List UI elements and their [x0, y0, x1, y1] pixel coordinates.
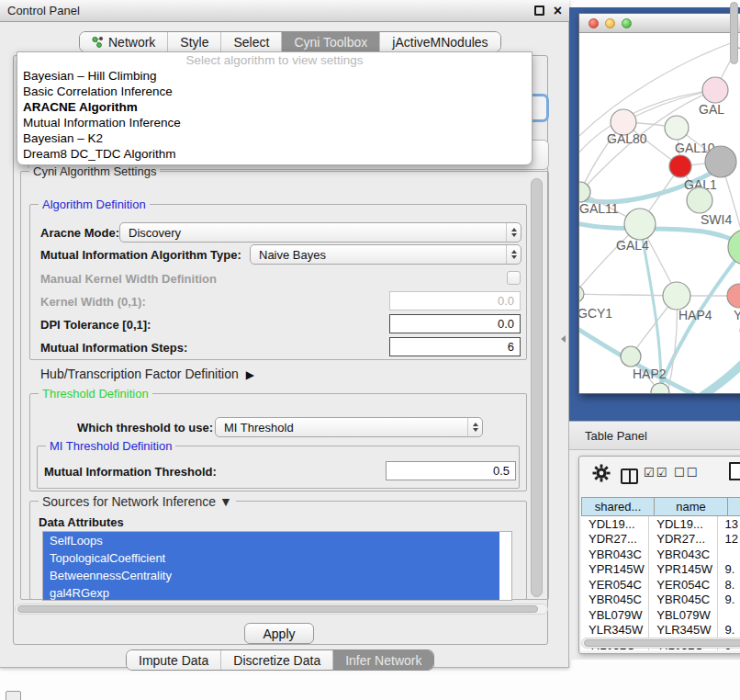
network-node-hap2[interactable] — [621, 346, 641, 367]
new-document-icon[interactable] — [729, 462, 740, 480]
settings-horizontal-scrollbar[interactable] — [15, 604, 548, 615]
algorithm-option-mutual-information-inference[interactable]: Mutual Information Inference — [17, 115, 532, 130]
network-node-gcy1[interactable] — [579, 286, 584, 302]
control-panel-titlebar: Control Panel × — [0, 0, 569, 22]
network-edge[interactable] — [667, 296, 678, 393]
deselect-checkboxes-icon[interactable]: ☐☐ — [674, 466, 699, 480]
algorithm-placeholder: Select algorithm to view settings — [17, 52, 532, 68]
mi-threshold-definition-legend: MI Threshold Definition — [46, 439, 175, 453]
settings-gear-icon[interactable] — [592, 464, 611, 482]
table-row[interactable]: YLR345WYLR345W9. — [581, 623, 740, 638]
mi-algorithm-type-combobox[interactable]: Naive Bayes — [250, 244, 521, 265]
network-node-swi4[interactable] — [687, 187, 712, 213]
mac-close-icon[interactable] — [589, 18, 599, 28]
algorithm-option-basic-correlation-inference[interactable]: Basic Correlation Inference — [17, 84, 532, 99]
tab-label: Style — [180, 35, 208, 50]
stepper-icon[interactable] — [506, 223, 521, 242]
mi-threshold-field[interactable]: 0.5 — [386, 461, 516, 480]
tab-select[interactable]: Select — [220, 32, 281, 51]
node-label-swi4: SWI4 — [701, 212, 732, 227]
attributes-list-scrollbar[interactable] — [730, 2, 738, 64]
network-node-hap4[interactable] — [663, 282, 690, 310]
tab-network[interactable]: Network — [80, 32, 167, 51]
hub-definition-expander[interactable]: Hub/Transcription Factor Definition▶ — [40, 367, 254, 381]
table-cell: YBR045C — [581, 593, 649, 608]
network-node-gal10[interactable] — [665, 116, 689, 140]
algorithm-option-aracne-algorithm[interactable]: ARACNE Algorithm — [17, 99, 532, 115]
panel-splitter-arrow[interactable] — [561, 335, 566, 343]
table-row[interactable]: YER054CYER054C8. — [581, 577, 740, 593]
node-label-hap2: HAP2 — [633, 367, 667, 381]
which-threshold-combobox[interactable]: MI Threshold — [215, 417, 483, 437]
attribute-item-selfloops[interactable]: SelfLoops — [43, 532, 499, 549]
network-edge[interactable] — [695, 353, 740, 393]
tab-discretize-data[interactable]: Discretize Data — [220, 650, 332, 670]
algorithm-option-bayesian-k2[interactable]: Bayesian – K2 — [17, 130, 532, 146]
kernel-width-field[interactable]: 0.0 — [389, 291, 521, 310]
tab-style[interactable]: Style — [167, 32, 220, 51]
threshold-definition-legend: Threshold Definition — [39, 387, 152, 401]
minimized-window-icon[interactable] — [6, 691, 21, 700]
float-window-icon[interactable] — [534, 6, 544, 16]
dpi-tolerance-field[interactable]: 0.0 — [389, 314, 521, 333]
attribute-item-betweennesscentrality[interactable]: BetweennessCentrality — [43, 567, 499, 584]
mi-steps-field[interactable]: 6 — [389, 337, 521, 356]
table-panel-title: Table Panel — [585, 429, 647, 443]
algorithm-option-bayesian-hill-climbing[interactable]: Bayesian – Hill Climbing — [17, 68, 532, 84]
table-cell: YDL19... — [649, 516, 717, 532]
table-cell: 9. — [718, 623, 740, 638]
manual-kernel-checkbox[interactable] — [507, 271, 521, 285]
network-node[interactable] — [705, 146, 736, 177]
attribute-item-topologicalcoefficient[interactable]: TopologicalCoefficient — [43, 549, 499, 567]
mac-minimize-icon[interactable] — [605, 18, 615, 28]
column-header-name[interactable]: name — [655, 497, 728, 516]
scrollbar-thumb[interactable] — [584, 639, 740, 647]
tab-jactivemnodules[interactable]: jActiveMNodules — [379, 32, 499, 51]
node-label-gcy1: GCY1 — [579, 306, 612, 321]
mi-threshold-label: Mutual Information Threshold: — [44, 465, 217, 479]
tab-cyni-toolbox[interactable]: Cyni Toolbox — [281, 32, 379, 51]
table-row[interactable]: YPR145WYPR145W9. — [581, 562, 740, 578]
bottom-tabbar: Impute DataDiscretize DataInfer Network — [126, 649, 434, 671]
scrollbar-thumb[interactable] — [17, 605, 538, 613]
mac-zoom-icon[interactable] — [622, 18, 632, 28]
apply-button[interactable]: Apply — [244, 623, 314, 644]
stepper-icon[interactable] — [506, 245, 521, 264]
network-node-y[interactable] — [727, 284, 740, 308]
table-row[interactable]: YDL19...YDL19...13 — [581, 516, 740, 532]
settings-vertical-scrollbar[interactable] — [531, 178, 543, 597]
tab-infer-network[interactable]: Infer Network — [332, 650, 433, 670]
table-row[interactable]: YBR045CYBR045C9. — [581, 593, 740, 608]
expand-right-icon[interactable]: ▶ — [246, 368, 254, 381]
table-row[interactable]: YBL079WYBL079W — [581, 607, 740, 623]
algorithm-option-dream8-dc-tdc-algorithm[interactable]: Dream8 DC_TDC Algorithm — [17, 146, 532, 162]
aracne-mode-combobox[interactable]: Discovery — [119, 222, 521, 243]
column-header-shared[interactable]: shared... — [581, 497, 655, 516]
table-row[interactable]: YDR27...YDR27...12 — [581, 532, 740, 548]
network-window-titlebar[interactable] — [579, 14, 740, 33]
application-root: Control Panel × NetworkStyleSelectCyni T… — [0, 0, 740, 700]
network-node-gal1[interactable] — [669, 155, 691, 177]
network-node-gal4[interactable] — [624, 209, 656, 240]
table-cell: YBR043C — [649, 547, 717, 562]
tab-impute-data[interactable]: Impute Data — [127, 650, 220, 670]
network-node[interactable] — [728, 230, 740, 265]
collapse-down-icon[interactable]: ▼ — [219, 494, 232, 509]
stepper-icon[interactable] — [467, 418, 482, 436]
split-columns-icon[interactable] — [621, 469, 638, 484]
attribute-item-gal4rgexp[interactable]: gal4RGexp — [43, 584, 499, 601]
close-icon[interactable]: × — [554, 6, 562, 16]
column-header-2[interactable] — [728, 497, 740, 516]
select-all-checkboxes-icon[interactable]: ☑☑ — [644, 466, 668, 480]
node-label-gal11: GAL11 — [579, 201, 619, 216]
table-cell: 9. — [718, 562, 740, 578]
table-row[interactable]: YBR043CYBR043C — [581, 547, 740, 562]
table-cell: YBL079W — [649, 607, 717, 623]
table-cell: YDR27... — [581, 532, 649, 548]
network-canvas[interactable]: GALGAL80GAL10GAL1GAL11SWI4GAL4GCY1HAP4YH… — [579, 33, 740, 393]
network-edge[interactable] — [579, 294, 677, 296]
network-node-gal[interactable] — [702, 77, 728, 103]
table-cell: 9. — [718, 593, 740, 608]
table-horizontal-scrollbar[interactable] — [581, 638, 740, 649]
table-panel-window: ☑☑ ☐☐ shared...name YDL19...YDL19...13YD… — [578, 456, 740, 654]
